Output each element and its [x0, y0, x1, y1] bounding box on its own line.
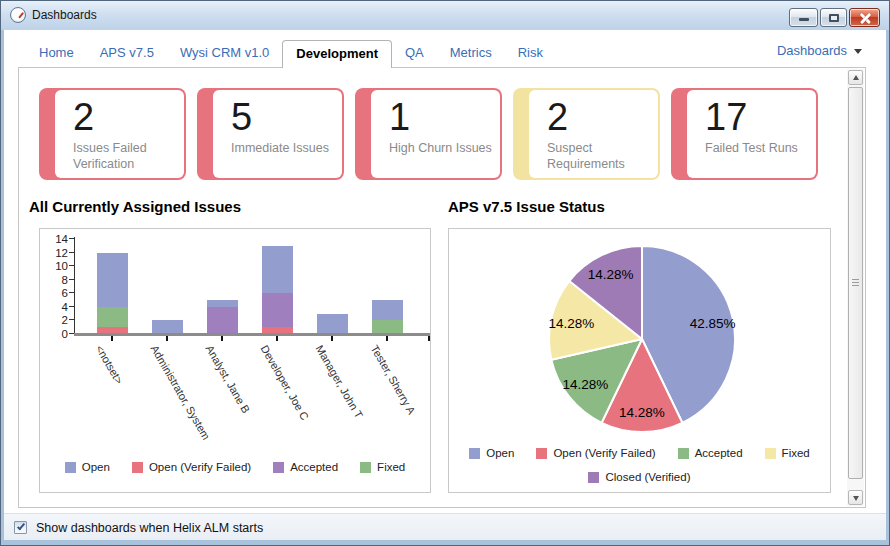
- y-tick-mark: [69, 292, 74, 293]
- kpi-label: Suspect Requirements: [547, 140, 652, 172]
- bar-segment-accepted: [262, 293, 293, 327]
- x-axis-label: Analyst, Jane B: [204, 343, 253, 415]
- y-axis: [74, 237, 75, 334]
- y-tick-label: 0: [40, 327, 68, 341]
- title-bar[interactable]: Dashboards: [1, 1, 889, 30]
- triangle-down-icon: [853, 496, 859, 501]
- legend-label: Open (Verify Failed): [553, 447, 655, 459]
- tab-metrics[interactable]: Metrics: [437, 40, 505, 67]
- kpi-label: High Churn Issues: [389, 140, 494, 156]
- pie-chart-legend-row-1: OpenOpen (Verify Failed)AcceptedFixed: [449, 447, 830, 459]
- y-tick-mark: [69, 265, 74, 266]
- window-controls: [789, 8, 880, 27]
- x-tick-mark: [428, 336, 430, 341]
- legend-item-closed-verified: Closed (Verified): [588, 471, 690, 483]
- kpi-card-immediate-issues[interactable]: 5Immediate Issues: [197, 88, 344, 180]
- pie-chart-legend-row-2: Closed (Verified): [449, 471, 830, 483]
- dashboard-panel: 2Issues Failed Verification5Immediate Is…: [18, 67, 866, 508]
- y-tick-label: 10: [40, 259, 68, 273]
- legend-item-fixed: Fixed: [360, 461, 405, 473]
- y-tick-mark: [69, 306, 74, 307]
- legend-swatch: [65, 462, 76, 473]
- kpi-value: 17: [705, 96, 810, 138]
- scrollbar-grip-icon: [852, 279, 859, 287]
- x-axis-label: Tester, Sherry A: [369, 343, 418, 416]
- bar-segment-open: [372, 300, 403, 320]
- tab-wysi-crm-v1-0[interactable]: Wysi CRM v1.0: [167, 40, 282, 67]
- tab-risk[interactable]: Risk: [505, 40, 556, 67]
- tab-qa[interactable]: QA: [392, 40, 437, 67]
- x-axis: [74, 333, 430, 336]
- kpi-card-suspect-requirements[interactable]: 2Suspect Requirements: [513, 88, 660, 180]
- legend-item-open-verify-failed: Open (Verify Failed): [536, 447, 655, 459]
- pie-chart-box: OpenOpen (Verify Failed)AcceptedFixed Cl…: [448, 228, 831, 493]
- cards-row: 2Issues Failed Verification5Immediate Is…: [19, 68, 865, 198]
- x-tick-mark: [386, 336, 388, 341]
- bar-chart-box: <notset>Administrator, SystemAnalyst, Ja…: [39, 228, 431, 493]
- legend-label: Open (Verify Failed): [149, 461, 251, 473]
- client-area: HomeAPS v7.5Wysi CRM v1.0DevelopmentQAMe…: [4, 30, 886, 540]
- bar-chart-legend: OpenOpen (Verify Failed)AcceptedFixed: [40, 461, 430, 473]
- y-tick-label: 2: [40, 313, 68, 327]
- kpi-card-body: 1High Churn Issues: [371, 90, 500, 178]
- x-tick-mark: [221, 336, 223, 341]
- scrollbar-thumb[interactable]: [848, 87, 863, 479]
- kpi-label: Issues Failed Verification: [73, 140, 178, 172]
- kpi-label: Immediate Issues: [231, 140, 336, 156]
- legend-swatch: [360, 462, 371, 473]
- x-axis-label: Manager, John T: [314, 343, 366, 420]
- legend-item-open: Open: [65, 461, 110, 473]
- vertical-scrollbar[interactable]: [847, 69, 864, 506]
- pie-slice-label: 42.85%: [690, 315, 736, 330]
- maximize-button[interactable]: [820, 8, 847, 27]
- x-axis-label: Administrator, System: [149, 343, 213, 442]
- tab-development[interactable]: Development: [282, 40, 392, 68]
- kpi-value: 1: [389, 96, 494, 138]
- minimize-icon: [799, 18, 809, 21]
- scrollbar-down-button[interactable]: [848, 490, 863, 505]
- y-tick-label: 8: [40, 273, 68, 287]
- legend-swatch: [765, 448, 776, 459]
- pie-slice-label: 14.28%: [619, 404, 665, 419]
- y-tick-label: 14: [40, 232, 68, 246]
- scrollbar-up-button[interactable]: [848, 70, 863, 85]
- kpi-card-issues-failed-verification[interactable]: 2Issues Failed Verification: [39, 88, 186, 180]
- legend-item-accepted: Accepted: [273, 461, 338, 473]
- y-tick-label: 6: [40, 286, 68, 300]
- legend-label: Open: [82, 461, 110, 473]
- kpi-card-high-churn-issues[interactable]: 1High Churn Issues: [355, 88, 502, 180]
- pie-slice-label: 14.28%: [588, 266, 634, 281]
- legend-label: Fixed: [377, 461, 405, 473]
- bar-segment-open: [152, 320, 183, 334]
- kpi-card-body: 2Issues Failed Verification: [55, 90, 184, 178]
- y-tick-label: 4: [40, 300, 68, 314]
- y-tick-mark: [69, 279, 74, 280]
- close-button[interactable]: [849, 8, 880, 27]
- chevron-down-icon: [854, 49, 862, 54]
- legend-label: Closed (Verified): [605, 471, 690, 483]
- x-axis-label: <notset>: [94, 343, 126, 386]
- footer-bar: Show dashboards when Helix ALM starts: [4, 513, 886, 540]
- x-axis-labels: <notset>Administrator, SystemAnalyst, Ja…: [40, 341, 430, 459]
- legend-item-open-verify-failed: Open (Verify Failed): [132, 461, 251, 473]
- show-dashboards-checkbox[interactable]: [14, 521, 27, 534]
- legend-item-accepted: Accepted: [678, 447, 743, 459]
- pie-slice-label: 14.28%: [548, 315, 594, 330]
- minimize-button[interactable]: [789, 8, 818, 27]
- x-tick-mark: [111, 336, 113, 341]
- y-tick-mark: [69, 252, 74, 253]
- y-tick-label: 12: [40, 246, 68, 260]
- dashboards-dropdown[interactable]: Dashboards: [777, 43, 862, 58]
- tab-home[interactable]: Home: [26, 40, 87, 67]
- x-tick-mark: [331, 336, 333, 341]
- tab-aps-v7-5[interactable]: APS v7.5: [87, 40, 167, 67]
- kpi-card-failed-test-runs[interactable]: 17Failed Test Runs: [671, 88, 818, 180]
- legend-label: Accepted: [695, 447, 743, 459]
- legend-swatch: [132, 462, 143, 473]
- legend-label: Fixed: [782, 447, 810, 459]
- pie-slice-label: 14.28%: [562, 377, 608, 392]
- kpi-card-body: 2Suspect Requirements: [529, 90, 658, 178]
- bar-segment-open: [97, 253, 128, 307]
- legend-label: Accepted: [290, 461, 338, 473]
- x-axis-label: Developer, Joe C: [259, 343, 312, 422]
